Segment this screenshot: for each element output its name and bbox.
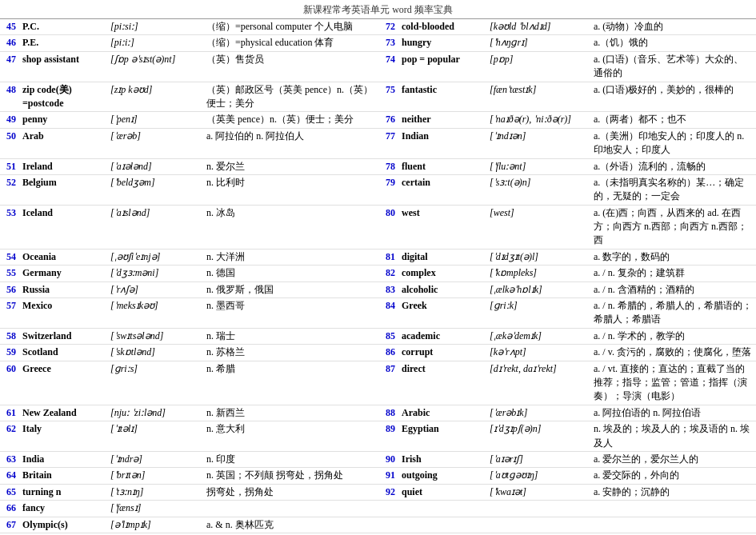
- entry-def-right: [590, 501, 756, 517]
- table-row: 55Germany[ˈdʒɜːməni]n. 德国82complex[ˈkɒmp…: [0, 266, 756, 281]
- entry-pron-right: [486, 501, 590, 517]
- table-row: 61New Zealand[njuː ˈziːlənd]n. 新西兰88Arab…: [0, 405, 756, 421]
- entry-word-left: Britain: [19, 468, 107, 484]
- entry-def-right: a. / n. 学术的，教学的: [590, 328, 756, 344]
- table-row: 54Oceania[ˌəʊʃiˈeɪnjə]n. 大洋洲81digital[ˈd…: [0, 249, 756, 265]
- entry-def-right: a. 爱交际的，外向的: [590, 468, 756, 484]
- entry-pron-right: [ˈsɜːt(ə)n]: [486, 174, 590, 205]
- entry-word-left: Switzerland: [19, 328, 107, 344]
- table-row: 53Iceland[ˈaɪslənd]n. 冰岛80west[west]a. (…: [0, 205, 756, 249]
- entry-def-right: [590, 517, 756, 533]
- content-table: 45P.C.[piːsiː]（缩）=personal computer 个人电脑…: [0, 19, 756, 535]
- entry-number-left: 67: [0, 517, 19, 533]
- entry-word-left: P.E.: [19, 35, 107, 51]
- entry-pron-right: [pɒp]: [486, 51, 590, 82]
- entry-pron-left: [piːsiː]: [107, 19, 203, 35]
- entry-number-left: 63: [0, 451, 19, 467]
- entry-def-right: a. / n. 复杂的；建筑群: [590, 266, 756, 281]
- table-row: 47shop assistant[ʃɒp əˈsɪst(ə)nt]（英）售货员7…: [0, 51, 756, 82]
- table-row: 65turning n[ˈtɜːnɪŋ]拐弯处，拐角处92quiet[ˈkwaɪ…: [0, 484, 756, 500]
- entry-number-left: 61: [0, 405, 19, 421]
- entry-def-left: n. 德国: [203, 266, 379, 281]
- entry-pron-right: [ˈkwaɪət]: [486, 484, 590, 500]
- table-row: 59Scotland[ˈskɒtlənd]n. 苏格兰86corrupt[kəˈ…: [0, 345, 756, 361]
- entry-def-left: n. 冰岛: [203, 205, 379, 249]
- entry-word-left: fancy: [19, 501, 107, 517]
- entry-def-left: n. 意大利: [203, 421, 379, 452]
- entry-number-left: 56: [0, 281, 19, 297]
- entry-def-left: a. 阿拉伯的 n. 阿拉伯人: [203, 128, 379, 158]
- entry-number-left: 46: [0, 35, 19, 51]
- table-row: 63India[ˈɪndrə]n. 印度90Irish[ˈaɪərɪʃ]a. 爱…: [0, 451, 756, 467]
- table-row: 50Arab[ˈærəb]a. 阿拉伯的 n. 阿拉伯人77Indian[ˈɪn…: [0, 128, 756, 158]
- entry-word-left: Iceland: [19, 205, 107, 249]
- table-row: 56Russia[ˈrʌʃə]n. 俄罗斯，俄国83alcoholic[ˌælk…: [0, 281, 756, 297]
- entry-number-left: 58: [0, 328, 19, 344]
- entry-pron-right: [dɪˈrekt, daɪˈrekt]: [486, 361, 590, 405]
- entry-def-left: （英）售货员: [203, 51, 379, 82]
- entry-pron-left: [ˈbrɪtən]: [107, 468, 203, 484]
- table-row: 64Britain[ˈbrɪtən]n. 英国；不列颠 拐弯处，拐角处91out…: [0, 468, 756, 484]
- entry-def-right: a. (动物）冷血的: [590, 19, 756, 35]
- table-row: 66fancy[ˈfænsɪ]: [0, 501, 756, 517]
- entry-number-left: 54: [0, 249, 19, 265]
- entry-word-right: complex: [398, 266, 486, 281]
- entry-number-right: 77: [379, 128, 398, 158]
- entry-word-right: quiet: [398, 484, 486, 500]
- entry-word-right: neither: [398, 112, 486, 128]
- entry-def-right: a. / n. 含酒精的；酒精的: [590, 281, 756, 297]
- entry-number-right: 82: [379, 266, 398, 281]
- entry-number-left: 65: [0, 484, 19, 500]
- entry-def-left: （英美 pence）n.（英）便士；美分: [203, 112, 379, 128]
- entry-word-left: Mexico: [19, 298, 107, 329]
- entry-def-right: a. / vt. 直接的；直达的；直截了当的 推荐；指导；监管；管道；指挥（演奏…: [590, 361, 756, 405]
- entry-word-right: west: [398, 205, 486, 249]
- entry-def-right: a.（外语）流利的，流畅的: [590, 158, 756, 174]
- entry-number-right: 91: [379, 468, 398, 484]
- entry-pron-left: [ˈɪtəlɪ]: [107, 421, 203, 452]
- entry-word-right: fluent: [398, 158, 486, 174]
- entry-def-left: n. 比利时: [203, 174, 379, 205]
- entry-word-right: outgoing: [398, 468, 486, 484]
- entry-number-right: 73: [379, 35, 398, 51]
- entry-def-right: a. (口语)极好的，美妙的，很棒的: [590, 82, 756, 112]
- entry-def-right: a. (在)西；向西，从西来的 ad. 在西方；向西方 n.西部；向西方 n.西…: [590, 205, 756, 249]
- entry-number-left: 62: [0, 421, 19, 452]
- entry-def-right: a. 阿拉伯语的 n. 阿拉伯语: [590, 405, 756, 421]
- entry-def-right: a. / n. 希腊的，希腊人的，希腊语的；希腊人；希腊语: [590, 298, 756, 329]
- entry-word-left: zip code(美) =postcode: [19, 82, 107, 112]
- entry-pron-left: [piːiː]: [107, 35, 203, 51]
- entry-number-left: 50: [0, 128, 19, 158]
- entry-word-right: academic: [398, 328, 486, 344]
- entry-pron-right: [ɪˈdʒɪpʃ(ə)n]: [486, 421, 590, 452]
- entry-word-right: fantastic: [398, 82, 486, 112]
- entry-def-left: [203, 501, 379, 517]
- table-row: 48zip code(美) =postcode[zɪp kəʊd]（英）邮政区号…: [0, 82, 756, 112]
- entry-pron-left: [ˈskɒtlənd]: [107, 345, 203, 361]
- entry-word-left: Germany: [19, 266, 107, 281]
- entry-pron-left: [njuː ˈziːlənd]: [107, 405, 203, 421]
- entry-word-left: India: [19, 451, 107, 467]
- table-row: 60Greece[ɡriːs]n. 希腊87direct[dɪˈrekt, da…: [0, 361, 756, 405]
- entry-pron-left: [ˈaɪslənd]: [107, 205, 203, 249]
- entry-pron-left: [ˈtɜːnɪŋ]: [107, 484, 203, 500]
- entry-number-right: 74: [379, 51, 398, 82]
- entry-number-right: 80: [379, 205, 398, 249]
- entry-def-left: n. 大洋洲: [203, 249, 379, 265]
- entry-pron-left: [ˈærəb]: [107, 128, 203, 158]
- entry-def-right: n. 埃及的；埃及人的；埃及语的 n. 埃及人: [590, 421, 756, 452]
- entry-def-right: a. 数字的，数码的: [590, 249, 756, 265]
- entry-word-left: penny: [19, 112, 107, 128]
- page-title: 新课程常考英语单元 word 频率宝典: [0, 0, 756, 19]
- entry-pron-left: [ˈfænsɪ]: [107, 501, 203, 517]
- entry-word-right: Irish: [398, 451, 486, 467]
- entry-word-left: turning n: [19, 484, 107, 500]
- entry-def-left: （缩）=personal computer 个人电脑: [203, 19, 379, 35]
- entry-number-left: 66: [0, 501, 19, 517]
- entry-number-left: 48: [0, 82, 19, 112]
- entry-pron-right: [486, 517, 590, 533]
- table-row: 46P.E.[piːiː]（缩）=physical education 体育73…: [0, 35, 756, 51]
- entry-def-right: a.（美洲）印地安人的；印度人的 n. 印地安人；印度人: [590, 128, 756, 158]
- entry-pron-right: [ˈaɪərɪʃ]: [486, 451, 590, 467]
- entry-def-right: a. 爱尔兰的，爱尔兰人的: [590, 451, 756, 467]
